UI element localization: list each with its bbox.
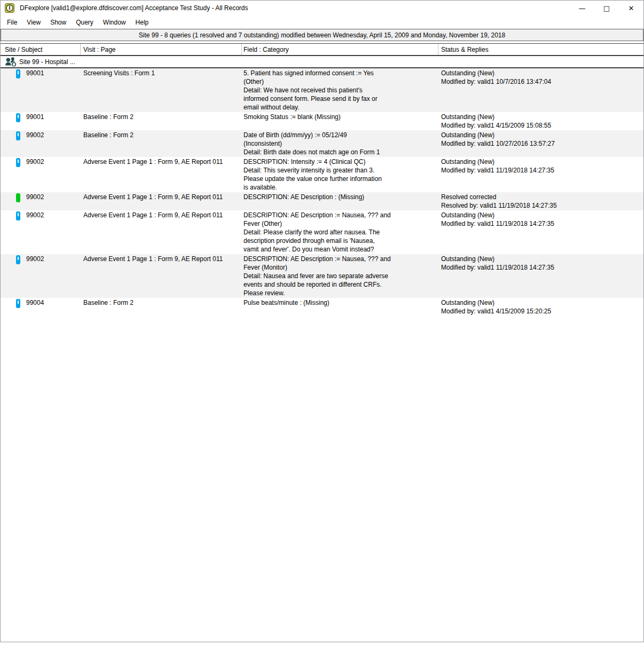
query-status-icon [16, 69, 20, 78]
column-header-site-subject[interactable]: Site / Subject [1, 44, 81, 55]
field-category-cell: DESCRIPTION: AE Description := Nausea, ?… [242, 254, 438, 298]
visit-page-cell: Adverse Event 1 Page 1 : Form 9, AE Repo… [81, 254, 242, 298]
subject-id: 99002 [20, 157, 44, 166]
close-button[interactable]: ✕ [619, 1, 643, 15]
status-replies-cell: Outstanding (New) Modified by: valid1 11… [438, 210, 643, 254]
query-status-icon [16, 255, 20, 264]
visit-page-cell: Adverse Event 1 Page 1 : Form 9, AE Repo… [81, 192, 242, 210]
subject-id: 99002 [20, 193, 44, 201]
minimize-icon: — [579, 4, 586, 12]
visit-page-cell: Screening Visits : Form 1 [81, 68, 242, 112]
minimize-button[interactable]: — [570, 1, 594, 15]
query-row[interactable]: 99002 Baseline : Form 2 Date of Birth (d… [1, 130, 643, 157]
query-row[interactable]: 99002 Adverse Event 1 Page 1 : Form 9, A… [1, 157, 643, 192]
subject-id: 99001 [20, 69, 44, 77]
window-title: DFexplore [valid1@explore.dfdiscover.com… [20, 4, 570, 12]
summary-bar: Site 99 - 8 queries (1 resolved and 7 ou… [1, 29, 643, 41]
window-controls: — □ ✕ [570, 1, 643, 15]
field-category-cell: Date of Birth (dd/mm/yy) := 05/12/49 (In… [242, 130, 438, 157]
query-row[interactable]: 99002 Adverse Event 1 Page 1 : Form 9, A… [1, 254, 643, 298]
menu-item-help[interactable]: Help [131, 17, 154, 28]
status-replies-cell: Resolved corrected Resolved by: valid1 1… [438, 192, 643, 210]
app-icon [5, 3, 14, 13]
subject-id: 99004 [20, 298, 44, 307]
field-category-cell: Pulse beats/minute : (Missing) [242, 298, 438, 316]
summary-text: Site 99 - 8 queries (1 resolved and 7 ou… [139, 31, 505, 39]
field-category-cell: DESCRIPTION: Intensity := 4 (Clinical QC… [242, 157, 438, 192]
status-replies-cell: Outstanding (New) Modified by: valid1 11… [438, 157, 643, 192]
menu-bar: File View Show Query Window Help [1, 15, 643, 29]
column-header-status-replies[interactable]: Status & Replies [438, 44, 643, 55]
query-status-icon [16, 131, 20, 140]
title-bar: DFexplore [valid1@explore.dfdiscover.com… [1, 1, 643, 15]
maximize-button[interactable]: □ [594, 1, 619, 15]
field-category-cell: DESCRIPTION: AE Description : (Missing) [242, 192, 438, 210]
maximize-icon: □ [603, 4, 610, 12]
site-group-row[interactable]: Site 99 - Hospital ... [1, 56, 643, 68]
subject-id: 99002 [20, 211, 44, 219]
column-header-visit-page[interactable]: Visit : Page [81, 44, 242, 55]
query-status-icon [16, 299, 20, 308]
menu-item-query[interactable]: Query [71, 17, 98, 28]
status-replies-cell: Outstanding (New) Modified by: valid1 10… [438, 130, 643, 157]
query-status-icon [16, 211, 20, 220]
field-category-cell: 5. Patient has signed informed consent :… [242, 68, 438, 112]
subject-id: 99002 [20, 131, 44, 139]
query-rows: 99001 Screening Visits : Form 1 5. Patie… [1, 68, 643, 316]
status-replies-cell: Outstanding (New) Modified by: valid1 4/… [438, 298, 643, 316]
query-status-icon [16, 158, 20, 167]
query-row[interactable]: 99002 Adverse Event 1 Page 1 : Form 9, A… [1, 192, 643, 210]
query-row[interactable]: 99002 Adverse Event 1 Page 1 : Form 9, A… [1, 210, 643, 254]
menu-item-window[interactable]: Window [98, 17, 131, 28]
subject-id: 99001 [20, 113, 44, 121]
visit-page-cell: Baseline : Form 2 [81, 298, 242, 316]
menu-item-view[interactable]: View [22, 17, 45, 28]
visit-page-cell: Baseline : Form 2 [81, 112, 242, 130]
visit-page-cell: Adverse Event 1 Page 1 : Form 9, AE Repo… [81, 210, 242, 254]
status-replies-cell: Outstanding (New) Modified by: valid1 10… [438, 68, 643, 112]
site-people-icon [5, 57, 18, 67]
query-status-icon [16, 113, 20, 122]
subject-id: 99002 [20, 255, 44, 263]
app-window: DFexplore [valid1@explore.dfdiscover.com… [0, 0, 644, 642]
field-category-cell: Smoking Status := blank (Missing) [242, 112, 438, 130]
close-icon: ✕ [629, 4, 634, 12]
visit-page-cell: Baseline : Form 2 [81, 130, 242, 157]
visit-page-cell: Adverse Event 1 Page 1 : Form 9, AE Repo… [81, 157, 242, 192]
table-header-row: Site / Subject Visit : Page Field : Cate… [1, 43, 643, 56]
query-row[interactable]: 99001 Screening Visits : Form 1 5. Patie… [1, 68, 643, 112]
query-row[interactable]: 99004 Baseline : Form 2 Pulse beats/minu… [1, 298, 643, 316]
query-status-icon [16, 193, 20, 202]
menu-item-show[interactable]: Show [45, 17, 71, 28]
menu-item-file[interactable]: File [2, 17, 22, 28]
status-replies-cell: Outstanding (New) Modified by: valid1 11… [438, 254, 643, 298]
column-header-field-category[interactable]: Field : Category [242, 44, 438, 55]
query-row[interactable]: 99001 Baseline : Form 2 Smoking Status :… [1, 112, 643, 130]
site-group-label: Site 99 - Hospital ... [19, 58, 75, 66]
status-replies-cell: Outstanding (New) Modified by: valid1 4/… [438, 112, 643, 130]
field-category-cell: DESCRIPTION: AE Description := Nausea, ?… [242, 210, 438, 254]
